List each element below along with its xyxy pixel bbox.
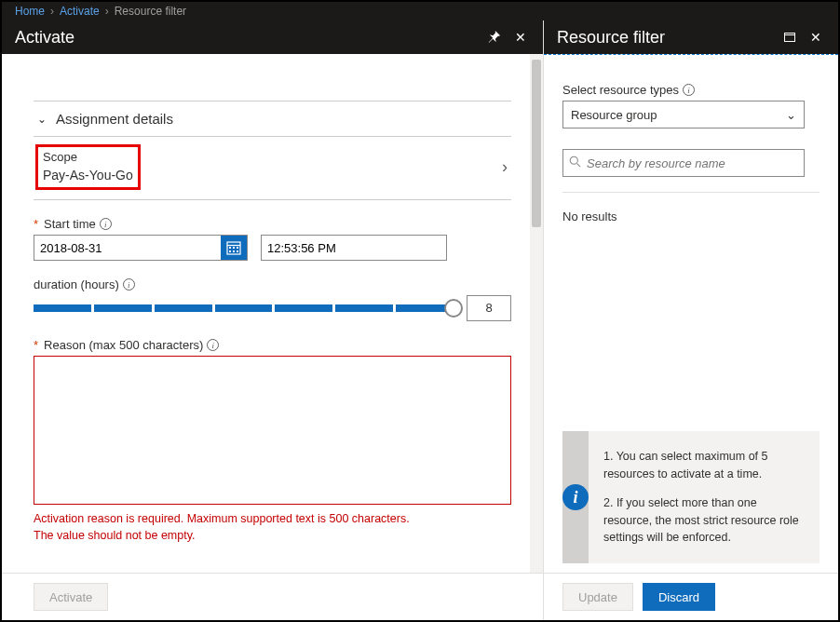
chevron-down-icon: ⌄ (37, 113, 47, 126)
resource-filter-pane: Resource filter ✕ Select resource types … (544, 20, 838, 620)
date-input[interactable] (34, 241, 221, 255)
section-title: Assignment details (56, 111, 173, 127)
svg-rect-3 (233, 247, 235, 249)
svg-rect-7 (237, 250, 238, 252)
svg-rect-2 (229, 247, 231, 249)
duration-value[interactable]: 8 (467, 295, 511, 321)
calendar-button[interactable] (221, 236, 247, 260)
scope-highlight: Scope Pay-As-You-Go (37, 146, 139, 188)
scope-value: Pay-As-You-Go (43, 168, 133, 183)
info-icon: i (562, 484, 589, 510)
svg-rect-5 (229, 250, 231, 252)
resource-search-input[interactable] (587, 156, 798, 170)
scrollbar[interactable] (530, 54, 543, 573)
resource-filter-title: Resource filter (557, 28, 665, 47)
tip-2: 2. If you select more than one resource,… (603, 494, 805, 547)
start-time-label: Start time (44, 217, 96, 231)
close-icon[interactable]: ✕ (511, 30, 530, 45)
update-button[interactable]: Update (562, 583, 633, 611)
breadcrumb-activate[interactable]: Activate (60, 5, 100, 18)
maximize-icon[interactable] (780, 30, 799, 45)
breadcrumb-home[interactable]: Home (15, 5, 45, 18)
breadcrumb-current: Resource filter (115, 5, 186, 18)
info-banner: i 1. You can select maximum of 5 resourc… (562, 431, 820, 563)
duration-slider[interactable] (34, 303, 454, 314)
left-footer: Activate (2, 573, 543, 620)
info-icon[interactable]: i (123, 278, 135, 291)
activate-title: Activate (15, 28, 75, 47)
svg-line-11 (577, 164, 581, 168)
svg-rect-6 (233, 250, 235, 252)
svg-rect-8 (785, 34, 795, 42)
resource-type-select[interactable]: Resource group ⌄ (562, 101, 805, 128)
svg-point-10 (570, 156, 577, 164)
calendar-icon (226, 240, 241, 255)
info-icon[interactable]: i (683, 84, 695, 96)
right-footer: Update Discard (544, 573, 838, 620)
breadcrumb: Home › Activate › Resource filter (2, 2, 838, 20)
slider-thumb[interactable] (444, 299, 463, 318)
svg-rect-4 (237, 247, 238, 249)
time-input[interactable] (261, 235, 447, 261)
chevron-down-icon: ⌄ (786, 108, 796, 122)
scope-row[interactable]: Scope Pay-As-You-Go › (34, 137, 511, 200)
duration-label: duration (hours) (34, 277, 119, 291)
discard-button[interactable]: Discard (643, 583, 715, 611)
resource-search-wrap (562, 149, 805, 177)
resource-filter-header: Resource filter ✕ (544, 20, 838, 54)
scope-label: Scope (43, 150, 133, 164)
chevron-right-icon: › (50, 5, 54, 18)
reason-label: Reason (max 500 characters) (44, 338, 203, 352)
reason-error: Activation reason is required. Maximum s… (34, 511, 511, 544)
chevron-right-icon: › (502, 157, 508, 177)
divider (562, 192, 820, 193)
date-input-wrap (34, 235, 248, 261)
required-icon: * (34, 338, 38, 352)
pin-icon[interactable] (485, 30, 504, 46)
no-results-text: No results (562, 210, 820, 223)
chevron-right-icon: › (105, 5, 109, 18)
search-icon (569, 156, 581, 170)
close-icon[interactable]: ✕ (806, 30, 825, 45)
info-icon[interactable]: i (100, 218, 112, 230)
assignment-details-toggle[interactable]: ⌄ Assignment details (34, 101, 511, 137)
info-icon[interactable]: i (207, 339, 219, 351)
activate-header: Activate ✕ (2, 20, 543, 54)
select-resource-types-label: Select resource types (562, 83, 679, 97)
activate-pane: Activate ✕ ⌄ Assignment details Scope Pa… (2, 20, 544, 620)
activate-button[interactable]: Activate (34, 583, 108, 611)
reason-textarea[interactable] (34, 356, 511, 505)
tip-1: 1. You can select maximum of 5 resources… (603, 448, 805, 483)
required-icon: * (34, 217, 38, 231)
select-value: Resource group (571, 108, 657, 122)
